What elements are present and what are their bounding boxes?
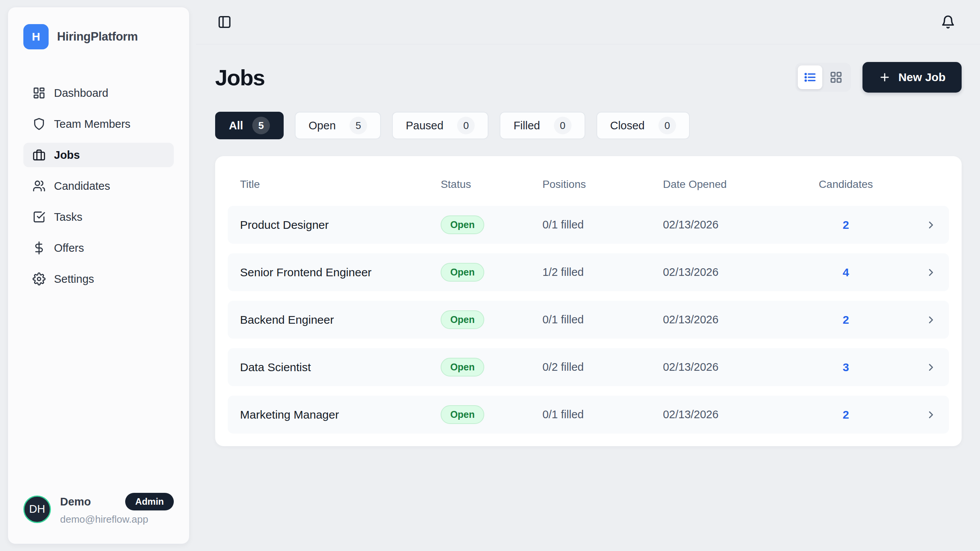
filter-count-badge: 0 bbox=[457, 117, 475, 134]
filter-tab-filled[interactable]: Filled 0 bbox=[500, 112, 585, 139]
sidebar-item-label: Offers bbox=[54, 242, 84, 254]
filter-tab-closed[interactable]: Closed 0 bbox=[596, 112, 690, 139]
sidebar-item-label: Jobs bbox=[54, 149, 80, 161]
topbar bbox=[196, 0, 980, 44]
chevron-right-icon[interactable] bbox=[925, 362, 937, 373]
user-profile[interactable]: DH Demo Admin demo@hireflow.app bbox=[23, 493, 174, 525]
positions-cell: 0/1 filled bbox=[542, 218, 663, 231]
date-opened-cell: 02/13/2026 bbox=[663, 218, 816, 231]
filter-count-badge: 5 bbox=[350, 117, 367, 134]
sidebar-item-offers[interactable]: Offers bbox=[23, 236, 174, 260]
table-row[interactable]: Data Scientist Open 0/2 filled 02/13/202… bbox=[228, 348, 949, 386]
sidebar-item-team-members[interactable]: Team Members bbox=[23, 112, 174, 136]
sidebar-item-jobs[interactable]: Jobs bbox=[23, 143, 174, 167]
sidebar-item-label: Team Members bbox=[54, 118, 131, 130]
gear-icon bbox=[33, 272, 46, 285]
sidebar-item-label: Candidates bbox=[54, 180, 110, 192]
status-filters: All 5 Open 5 Paused 0 Filled 0 Closed 0 bbox=[215, 112, 962, 139]
filter-tab-paused[interactable]: Paused 0 bbox=[392, 112, 488, 139]
candidates-count[interactable]: 3 bbox=[816, 361, 875, 374]
filter-count-badge: 5 bbox=[252, 117, 270, 134]
date-opened-cell: 02/13/2026 bbox=[663, 266, 816, 279]
chevron-right-icon[interactable] bbox=[925, 409, 937, 421]
grid-view-button[interactable] bbox=[824, 65, 848, 89]
status-badge: Open bbox=[441, 310, 484, 329]
avatar: DH bbox=[23, 496, 51, 523]
date-opened-cell: 02/13/2026 bbox=[663, 408, 816, 421]
sidebar-item-label: Tasks bbox=[54, 211, 82, 223]
table-header: Title Status Positions Date Opened Candi… bbox=[228, 165, 949, 206]
chevron-right-icon[interactable] bbox=[925, 267, 937, 278]
candidates-count[interactable]: 2 bbox=[816, 218, 875, 231]
chevron-right-icon[interactable] bbox=[925, 219, 937, 231]
column-header-date-opened: Date Opened bbox=[663, 178, 816, 191]
sidebar-item-dashboard[interactable]: Dashboard bbox=[23, 81, 174, 105]
grid-view-icon bbox=[830, 71, 843, 84]
list-view-icon bbox=[804, 71, 817, 84]
positions-cell: 1/2 filled bbox=[542, 266, 663, 279]
plus-icon bbox=[879, 71, 891, 83]
users-icon bbox=[33, 179, 46, 192]
chevron-right-icon[interactable] bbox=[925, 314, 937, 326]
status-badge: Open bbox=[441, 215, 484, 234]
list-view-button[interactable] bbox=[798, 65, 822, 89]
page-title: Jobs bbox=[215, 65, 265, 90]
job-title: Backend Engineer bbox=[240, 313, 441, 326]
filter-label: Paused bbox=[406, 119, 443, 132]
user-email: demo@hireflow.app bbox=[60, 514, 174, 525]
filter-label: All bbox=[229, 119, 243, 132]
filter-label: Closed bbox=[610, 119, 645, 132]
filter-label: Open bbox=[309, 119, 336, 132]
column-header-title: Title bbox=[240, 178, 441, 191]
sidebar-item-tasks[interactable]: Tasks bbox=[23, 205, 174, 229]
positions-cell: 0/2 filled bbox=[542, 361, 663, 373]
sidebar-item-candidates[interactable]: Candidates bbox=[23, 174, 174, 198]
sidebar-item-settings[interactable]: Settings bbox=[23, 267, 174, 291]
filter-count-badge: 0 bbox=[554, 117, 572, 134]
table-row[interactable]: Senior Frontend Engineer Open 1/2 filled… bbox=[228, 253, 949, 291]
job-title: Senior Frontend Engineer bbox=[240, 266, 441, 279]
status-badge: Open bbox=[441, 405, 484, 424]
job-title: Data Scientist bbox=[240, 361, 441, 374]
briefcase-icon bbox=[33, 148, 46, 161]
column-header-positions: Positions bbox=[542, 178, 663, 191]
main-area: Jobs bbox=[196, 0, 980, 551]
status-badge: Open bbox=[441, 358, 484, 377]
avatar-initials: DH bbox=[29, 503, 45, 515]
column-header-status: Status bbox=[441, 178, 542, 191]
notifications-button[interactable] bbox=[941, 15, 956, 30]
panel-left-icon bbox=[217, 15, 233, 29]
table-row[interactable]: Marketing Manager Open 0/1 filled 02/13/… bbox=[228, 396, 949, 434]
table-row[interactable]: Backend Engineer Open 0/1 filled 02/13/2… bbox=[228, 301, 949, 339]
sidebar: H HiringPlatform Dashboard Team Members … bbox=[8, 7, 189, 544]
view-toggle bbox=[795, 63, 851, 92]
page-content: Jobs bbox=[196, 44, 980, 446]
candidates-count[interactable]: 2 bbox=[816, 408, 875, 421]
user-name: Demo bbox=[60, 496, 91, 508]
shield-icon bbox=[33, 117, 46, 130]
positions-cell: 0/1 filled bbox=[542, 408, 663, 421]
positions-cell: 0/1 filled bbox=[542, 313, 663, 326]
candidates-count[interactable]: 4 bbox=[816, 266, 875, 279]
column-header-candidates: Candidates bbox=[816, 178, 875, 191]
filter-count-badge: 0 bbox=[658, 117, 676, 134]
page-header: Jobs bbox=[215, 62, 962, 93]
candidates-count[interactable]: 2 bbox=[816, 313, 875, 326]
dashboard-icon bbox=[33, 86, 46, 99]
new-job-label: New Job bbox=[898, 71, 946, 84]
app-name: HiringPlatform bbox=[57, 30, 138, 44]
bell-icon bbox=[941, 15, 956, 29]
app-logo: H bbox=[23, 24, 49, 49]
app-logo-letter: H bbox=[32, 30, 40, 43]
filter-tab-all[interactable]: All 5 bbox=[215, 112, 284, 139]
sidebar-toggle-button[interactable] bbox=[217, 15, 233, 30]
job-title: Product Designer bbox=[240, 218, 441, 231]
date-opened-cell: 02/13/2026 bbox=[663, 361, 816, 373]
sidebar-item-label: Settings bbox=[54, 273, 94, 285]
new-job-button[interactable]: New Job bbox=[862, 62, 962, 93]
date-opened-cell: 02/13/2026 bbox=[663, 313, 816, 326]
filter-tab-open[interactable]: Open 5 bbox=[295, 112, 381, 139]
table-row[interactable]: Product Designer Open 0/1 filled 02/13/2… bbox=[228, 206, 949, 244]
job-title: Marketing Manager bbox=[240, 408, 441, 421]
jobs-table-card: Title Status Positions Date Opened Candi… bbox=[215, 156, 962, 446]
